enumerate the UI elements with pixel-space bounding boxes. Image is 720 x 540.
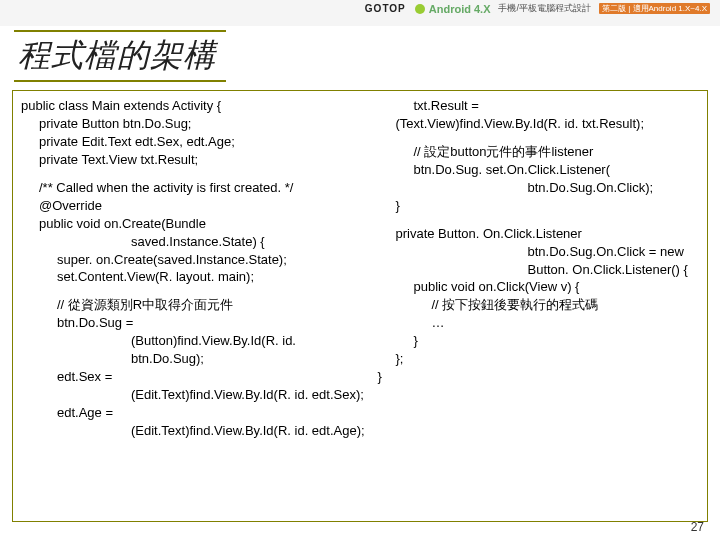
code-line: (Button)find.View.By.Id(R. id. btn.Do.Su… — [21, 332, 371, 368]
brand-gotop: GOTOP — [365, 3, 406, 14]
code-line: public void on.Click(View v) { — [377, 278, 701, 296]
code-line: } — [377, 369, 381, 384]
code-line: (Edit.Text)find.View.By.Id(R. id. edt.Ag… — [21, 422, 371, 440]
code-line: Button. On.Click.Listener() { — [377, 261, 701, 279]
page-title: 程式檔的架構 — [18, 34, 216, 78]
title-wrap: 程式檔的架構 — [14, 30, 720, 84]
brand-row: GOTOP Android 4.X 手機/平板電腦程式設計 第二版 | 適用An… — [365, 2, 710, 15]
code-col-right: txt.Result = (Text.View)find.View.By.Id(… — [377, 91, 707, 521]
code-line: btn.Do.Sug.On.Click); — [377, 179, 701, 197]
page-number: 27 — [691, 520, 704, 534]
code-line: private Button btn.Do.Sug; — [21, 115, 371, 133]
code-line: // 設定button元件的事件listener — [377, 143, 701, 161]
android-version: 4.X — [474, 3, 491, 15]
code-line: txt.Result = — [377, 97, 701, 115]
code-line: public void on.Create(Bundle — [21, 215, 371, 233]
svg-rect-1 — [417, 8, 423, 12]
code-line: } — [377, 197, 701, 215]
code-line: saved.Instance.State) { — [21, 233, 371, 251]
title-frame: 程式檔的架構 — [14, 30, 226, 82]
android-icon — [414, 3, 426, 15]
code-line: edt.Age = — [21, 404, 371, 422]
android-badge: Android 4.X — [414, 3, 491, 15]
code-line: private Button. On.Click.Listener — [377, 225, 701, 243]
code-line: btn.Do.Sug. set.On.Click.Listener( — [377, 161, 701, 179]
code-line: btn.Do.Sug.On.Click = new — [377, 243, 701, 261]
code-col-left: public class Main extends Activity { pri… — [13, 91, 377, 521]
code-line: private Text.View txt.Result; — [21, 151, 371, 169]
android-label: Android — [429, 3, 471, 15]
code-line: @Override — [21, 197, 371, 215]
code-line: // 按下按鈕後要執行的程式碼 — [377, 296, 701, 314]
code-line: (Text.View)find.View.By.Id(R. id. txt.Re… — [377, 115, 701, 133]
code-line: } — [377, 332, 701, 350]
code-line: (Edit.Text)find.View.By.Id(R. id. edt.Se… — [21, 386, 371, 404]
code-line: set.Content.View(R. layout. main); — [21, 268, 371, 286]
code-line: … — [377, 314, 701, 332]
edition-badge: 第二版 | 適用Android 1.X~4.X — [599, 3, 710, 14]
code-line: /** Called when the activity is first cr… — [21, 179, 371, 197]
header-bar: GOTOP Android 4.X 手機/平板電腦程式設計 第二版 | 適用An… — [0, 0, 720, 26]
code-line: }; — [377, 350, 701, 368]
code-line: btn.Do.Sug = — [21, 314, 371, 332]
code-line: super. on.Create(saved.Instance.State); — [21, 251, 371, 269]
code-box: public class Main extends Activity { pri… — [12, 90, 708, 522]
subtitle-1: 手機/平板電腦程式設計 — [498, 2, 591, 15]
code-line: // 從資源類別R中取得介面元件 — [21, 296, 371, 314]
code-line: private Edit.Text edt.Sex, edt.Age; — [21, 133, 371, 151]
code-line: edt.Sex = — [21, 368, 371, 386]
code-line: public class Main extends Activity { — [21, 98, 221, 113]
